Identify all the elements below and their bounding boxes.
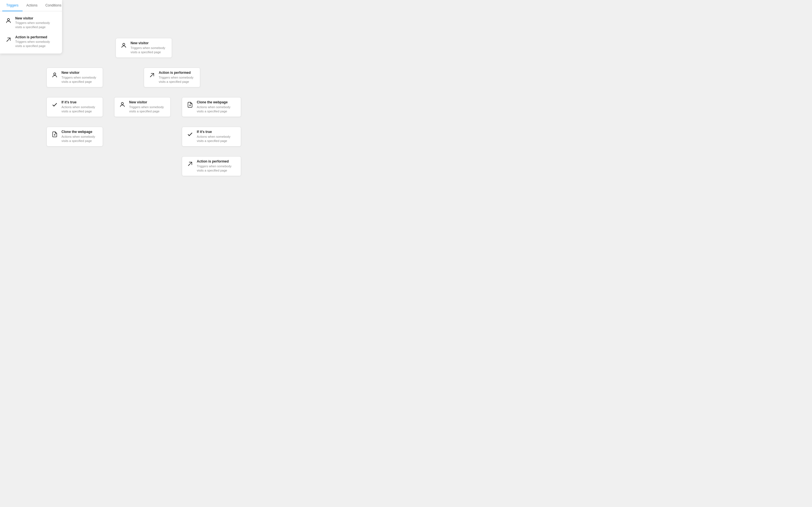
tab-actions[interactable]: Actions	[22, 0, 42, 11]
sidebar-item-new-visitor[interactable]: New visitor Triggers when somebody visit…	[0, 13, 62, 33]
arrow-icon-node	[186, 160, 194, 168]
svg-line-21	[188, 164, 190, 166]
file-plus-icon-node	[51, 130, 59, 138]
person-icon-node	[51, 71, 59, 79]
connector-root-to-left-new-visitor	[75, 62, 144, 68]
svg-point-12	[54, 73, 56, 75]
connector-right-action-performed-to-right-clone	[172, 92, 211, 97]
svg-point-15	[121, 103, 123, 105]
sidebar-tabs: TriggersActionsConditions	[0, 0, 62, 11]
check-icon-node	[51, 101, 59, 109]
node-title: Action is performed	[197, 159, 237, 163]
flow-node-right-if-true[interactable]: If it's true Actions when somebody visit…	[182, 127, 241, 147]
arrow-icon-node	[148, 71, 156, 79]
sidebar-item-desc: Triggers when somebody visits a specifie…	[15, 21, 57, 30]
flow-node-left-clone[interactable]: Clone the webpage Actions when somebody …	[47, 127, 103, 147]
sidebar-items-list: New visitor Triggers when somebody visit…	[0, 11, 62, 54]
svg-point-0	[7, 18, 9, 20]
svg-point-11	[123, 43, 124, 45]
node-desc: Triggers when somebody visits a specifie…	[129, 105, 166, 114]
flow-node-root[interactable]: New visitor Triggers when somebody visit…	[116, 38, 172, 58]
flow-canvas: New visitor Triggers when somebody visit…	[0, 0, 812, 507]
connector-right-action-performed-to-mid-new-visitor	[142, 92, 172, 97]
node-title: New visitor	[131, 41, 168, 45]
node-desc: Triggers when somebody visits a specifie…	[159, 75, 196, 84]
file-plus-icon-node	[186, 101, 194, 109]
node-desc: Actions when somebody visits a specified…	[197, 105, 237, 114]
node-title: Action is performed	[159, 71, 196, 75]
flow-node-right-clone[interactable]: Clone the webpage Actions when somebody …	[182, 97, 241, 117]
connector-root-to-right-action-performed	[144, 62, 172, 68]
svg-line-14	[150, 75, 152, 77]
flow-node-left-if-true[interactable]: If it's true Actions when somebody visit…	[47, 97, 103, 117]
tab-conditions[interactable]: Conditions	[42, 0, 65, 11]
flow-node-right-action-performed[interactable]: Action is performed Triggers when somebo…	[144, 68, 200, 87]
arrow-icon	[4, 36, 12, 44]
connector-lines	[0, 0, 812, 507]
flow-node-mid-new-visitor[interactable]: New visitor Triggers when somebody visit…	[114, 97, 170, 117]
node-desc: Triggers when somebody visits a specifie…	[131, 46, 168, 55]
person-icon-node	[120, 42, 128, 50]
node-desc: Triggers when somebody visits a specifie…	[61, 75, 99, 84]
node-title: If it's true	[197, 130, 237, 134]
node-title: New visitor	[129, 100, 166, 104]
person-icon	[4, 17, 12, 25]
node-desc: Actions when somebody visits a specified…	[61, 135, 99, 144]
sidebar-panel: TriggersActionsConditions New visitor Tr…	[0, 0, 62, 54]
node-title: If it's true	[61, 100, 99, 104]
node-desc: Actions when somebody visits a specified…	[197, 135, 237, 144]
flow-node-right-action-performed2[interactable]: Action is performed Triggers when somebo…	[182, 156, 241, 176]
sidebar-item-action-performed[interactable]: Action is performed Triggers when somebo…	[0, 33, 62, 51]
tab-triggers[interactable]: Triggers	[2, 0, 22, 11]
node-desc: Triggers when somebody visits a specifie…	[197, 164, 237, 173]
node-desc: Actions when somebody visits a specified…	[61, 105, 99, 114]
node-title: Clone the webpage	[197, 100, 237, 104]
svg-line-2	[7, 40, 8, 41]
check-icon-node	[186, 130, 194, 138]
flow-node-left-new-visitor[interactable]: New visitor Triggers when somebody visit…	[47, 68, 103, 87]
person-icon-node	[118, 101, 126, 109]
sidebar-item-desc: Triggers when somebody visits a specifie…	[15, 40, 57, 48]
sidebar-item-title: Action is performed	[15, 35, 57, 39]
node-title: New visitor	[61, 71, 99, 75]
sidebar-item-title: New visitor	[15, 16, 57, 20]
node-title: Clone the webpage	[61, 130, 99, 134]
